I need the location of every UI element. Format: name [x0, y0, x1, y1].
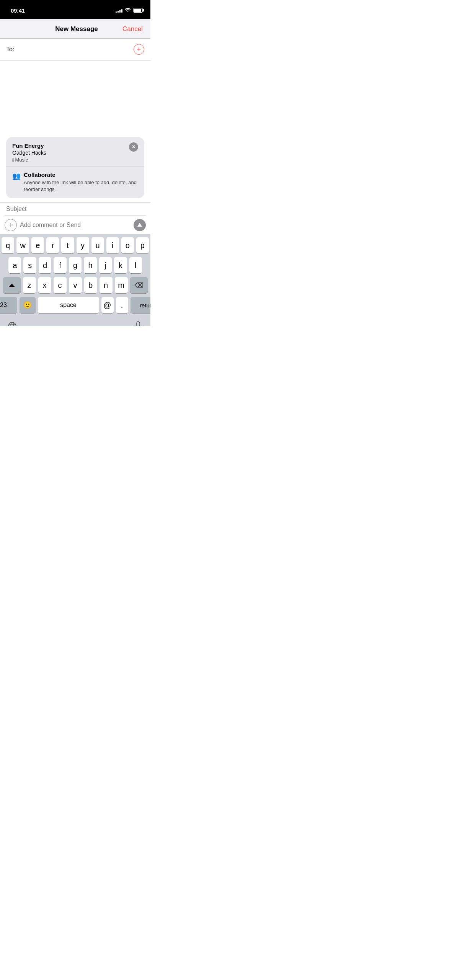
keyboard-row-1: q w e r t y u i o p [2, 237, 149, 253]
key-v[interactable]: v [69, 277, 82, 293]
nav-header: New Message Cancel [0, 19, 150, 39]
key-d[interactable]: d [39, 257, 51, 273]
add-attachment-button[interactable]: + [5, 219, 17, 231]
to-input[interactable] [17, 46, 134, 53]
shift-key[interactable] [3, 277, 21, 293]
key-z[interactable]: z [23, 277, 36, 293]
battery-icon [133, 8, 143, 13]
message-text-input[interactable] [20, 222, 131, 229]
key-h[interactable]: h [84, 257, 96, 273]
attachment-info: Fun Energy Gadget Hacks  Music [12, 142, 129, 163]
collaborate-desc: Anyone with the link will be able to add… [24, 179, 138, 193]
collaborate-text-area: Collaborate Anyone with the link will be… [24, 172, 138, 193]
key-x[interactable]: x [38, 277, 51, 293]
keyboard-row-2: a s d f g h j k l [2, 257, 149, 273]
keyboard-row-bottom: 123 🙂 space @ . return [2, 297, 149, 313]
attachment-area: Fun Energy Gadget Hacks  Music ✕ 👥 Coll… [0, 137, 150, 202]
status-bar: 09:41 [0, 0, 150, 19]
key-m[interactable]: m [115, 277, 128, 293]
message-input-row: + [5, 219, 146, 231]
keyboard-row-3: z x c v b n m ⌫ [2, 277, 149, 293]
key-s[interactable]: s [23, 257, 36, 273]
wifi-icon [125, 8, 131, 13]
shift-icon [9, 284, 15, 287]
keyboard-bottom-bar [2, 317, 149, 326]
key-g[interactable]: g [69, 257, 82, 273]
key-j[interactable]: j [99, 257, 112, 273]
key-n[interactable]: n [100, 277, 113, 293]
delete-key[interactable]: ⌫ [130, 277, 148, 293]
return-key[interactable]: return [131, 297, 151, 313]
at-key[interactable]: @ [101, 297, 114, 313]
globe-icon[interactable] [5, 318, 20, 326]
message-body-area [0, 60, 150, 137]
key-r[interactable]: r [46, 237, 59, 253]
subject-field [5, 206, 146, 216]
key-e[interactable]: e [31, 237, 44, 253]
attachment-header: Fun Energy Gadget Hacks  Music ✕ [6, 137, 144, 167]
subject-input[interactable] [6, 206, 144, 212]
key-l[interactable]: l [129, 257, 142, 273]
signal-icon [116, 8, 122, 13]
delete-icon: ⌫ [134, 281, 144, 289]
key-u[interactable]: u [91, 237, 104, 253]
svg-rect-5 [137, 322, 140, 326]
attachment-source:  Music [12, 157, 129, 163]
attachment-subtitle: Gadget Hacks [12, 150, 129, 156]
apple-logo-icon:  [12, 157, 14, 163]
to-field-row: To: + [0, 39, 150, 60]
send-arrow-icon [137, 223, 142, 227]
cancel-button[interactable]: Cancel [122, 25, 143, 33]
close-attachment-button[interactable]: ✕ [129, 142, 138, 152]
emoji-key[interactable]: 🙂 [20, 297, 36, 313]
page-title: New Message [31, 25, 122, 33]
attachment-title: Fun Energy [12, 142, 129, 149]
key-k[interactable]: k [114, 257, 127, 273]
to-label: To: [6, 46, 14, 53]
key-t[interactable]: t [61, 237, 74, 253]
space-key[interactable]: space [38, 297, 99, 313]
key-i[interactable]: i [106, 237, 119, 253]
status-time: 09:41 [11, 7, 25, 14]
key-f[interactable]: f [54, 257, 66, 273]
key-a[interactable]: a [8, 257, 21, 273]
attachment-body: 👥 Collaborate Anyone with the link will … [6, 167, 144, 198]
compose-area: + [0, 202, 150, 234]
key-c[interactable]: c [54, 277, 67, 293]
key-o[interactable]: o [121, 237, 134, 253]
key-b[interactable]: b [84, 277, 97, 293]
send-button[interactable] [134, 219, 146, 231]
keyboard: q w e r t y u i o p a s d f g h j k l z … [0, 234, 150, 326]
numbers-key[interactable]: 123 [0, 297, 17, 313]
key-p[interactable]: p [136, 237, 149, 253]
attachment-card: Fun Energy Gadget Hacks  Music ✕ 👥 Coll… [6, 137, 144, 198]
add-recipient-button[interactable]: + [134, 44, 144, 55]
collaborate-icon: 👥 [12, 172, 21, 180]
collaborate-title: Collaborate [24, 172, 138, 178]
key-q[interactable]: q [2, 237, 14, 253]
microphone-icon[interactable] [131, 318, 146, 326]
status-icons [116, 8, 143, 13]
dot-key[interactable]: . [116, 297, 128, 313]
key-w[interactable]: w [16, 237, 29, 253]
attachment-source-label: Music [15, 157, 28, 163]
key-y[interactable]: y [77, 237, 89, 253]
